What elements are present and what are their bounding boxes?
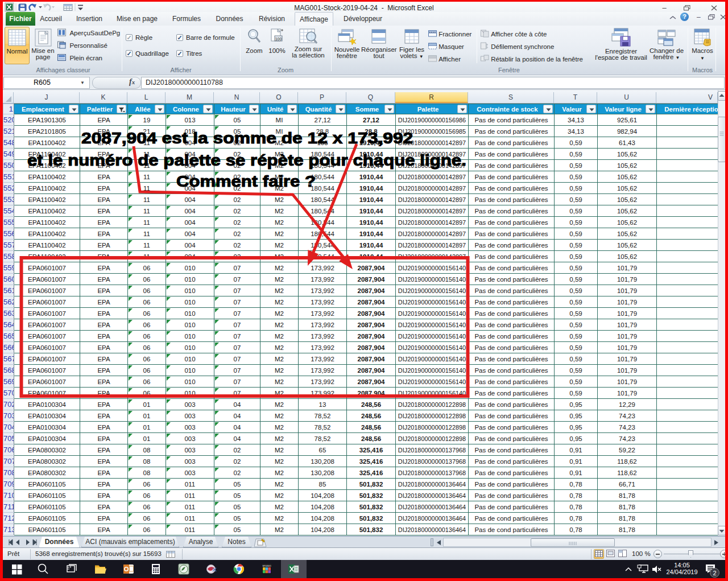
svg-text:STUDIO: STUDIO bbox=[262, 564, 271, 567]
svg-text:100: 100 bbox=[275, 37, 282, 41]
